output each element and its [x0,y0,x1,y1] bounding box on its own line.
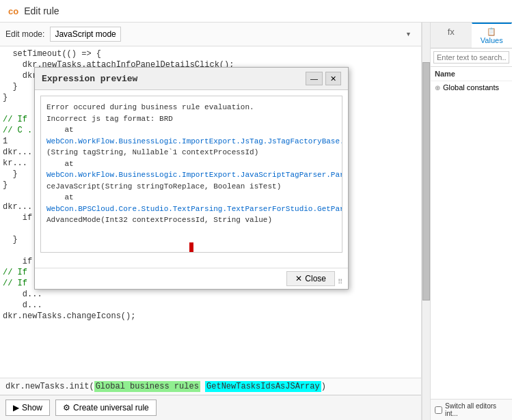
modal-dialog: Expression preview — ✕ Error occured dur… [34,67,349,290]
show-button[interactable]: ▶ Show [5,400,50,416]
close-button[interactable]: ✕ Close [286,271,335,286]
error-line-9: at [46,192,336,204]
code-line: setTimeout(() => { [0,49,421,60]
scrollbar-thumb[interactable] [422,62,430,300]
modal-header: Expression preview — ✕ [35,68,348,90]
title-bar: co Edit rule [0,0,512,23]
footer-highlight-global: Global business rules [94,381,200,392]
fx-icon: fx [448,27,455,37]
show-icon: ▶ [13,403,19,412]
values-header: Name [431,67,512,81]
modal-title: Expression preview [42,74,137,84]
bottom-toolbar: ▶ Show ⚙ Create universal rule [0,395,421,420]
error-line-2: Incorrect js tag format: BRD [46,113,336,125]
error-line-7: WebCon.WorkFlow.BusinessLogic.ImportExpo… [46,169,336,181]
footer-prefix: dkr.newTasks.init( [5,382,94,391]
tab-fx[interactable]: fx [431,23,472,48]
search-input[interactable] [433,51,509,64]
edit-mode-label: Edit mode: [5,29,44,39]
switch-all-text: Switch all editors int... [445,402,508,417]
error-display: Error occured during business rule evalu… [40,96,342,253]
list-item[interactable]: ⊕ Global constants [431,81,512,94]
error-line-1: Error occured during business rule evalu… [46,102,336,113]
create-rule-label: Create universal rule [73,403,149,412]
search-box [431,48,512,67]
code-line: d... [0,290,421,300]
tab-values[interactable]: 📋 Values [472,23,513,48]
error-line-8: ceJavaScript(String stringToReplace, Boo… [46,181,336,193]
modal-controls: — ✕ [306,72,341,85]
edit-mode-select[interactable]: JavaScript mode Simple mode Advanced mod… [50,27,121,42]
create-rule-button[interactable]: ⚙ Create universal rule [55,400,157,416]
red-arrow-container [46,233,336,253]
arrow-shaft [189,242,193,253]
editor-panel: Edit mode: JavaScript mode Simple mode A… [0,23,422,420]
code-line: d... [0,300,421,311]
main-container: co Edit rule Edit mode: JavaScript mode … [0,0,512,420]
modal-content: Error occured during business rule evalu… [35,90,348,268]
edit-mode-select-wrapper[interactable]: JavaScript mode Simple mode Advanced mod… [50,27,416,42]
modal-footer: ✕ Close ⠿ [35,268,348,289]
error-link-1[interactable]: WebCon.WorkFlow.BusinessLogic.ImportExpo… [46,137,342,145]
resize-handle[interactable]: ⠿ [338,278,342,286]
error-line-4: WebCon.WorkFlow.BusinessLogic.ImportExpo… [46,136,336,148]
error-link-3[interactable]: WebCon.BPSCloud.Core.Studio.TextParsing.… [46,205,342,213]
footer-sep [200,382,205,391]
switch-all-label[interactable]: Switch all editors int... [435,402,508,417]
page-title: Edit rule [24,5,59,16]
switch-all-checkbox[interactable] [435,406,442,414]
error-line-3: at [46,124,336,136]
right-tabs: fx 📋 Values [431,23,512,48]
code-line: dkr.newTasks.changeIcons(); [0,311,421,322]
modal-close-x-button[interactable]: ✕ [325,72,341,85]
edit-mode-bar: Edit mode: JavaScript mode Simple mode A… [0,23,421,46]
tab-values-icon: 📋 [487,27,496,36]
values-list: ⊕ Global constants [431,81,512,399]
tab-values-label: Values [481,36,503,44]
error-link-2[interactable]: WebCon.WorkFlow.BusinessLogic.ImportExpo… [46,171,342,179]
co-icon: co [8,6,18,16]
right-footer: Switch all editors int... [431,399,512,420]
close-icon: ✕ [295,274,302,283]
create-rule-icon: ⚙ [63,403,70,412]
show-label: Show [22,403,42,412]
footer-highlight-method: GetNewTasksIdsAsJSArray [205,381,321,392]
modal-minimize-button[interactable]: — [306,72,323,85]
error-line-6: at [46,158,336,170]
content-area: Edit mode: JavaScript mode Simple mode A… [0,23,512,420]
code-editor[interactable]: setTimeout(() => { dkr.newTasks.attachIn… [0,46,421,378]
error-line-11: AdvancedMode(Int32 contextProcessId, Str… [46,214,336,226]
editor-footer: dkr.newTasks.init( Global business rules… [0,378,421,395]
expression-preview-modal: Expression preview — ✕ Error occured dur… [34,67,349,290]
item-label: Global constants [443,83,499,92]
close-button-label: Close [305,274,326,283]
error-line-5: (String tagString, Nullable`1 contextPro… [46,147,336,158]
editor-scrollbar[interactable] [422,23,430,420]
right-panel: fx 📋 Values Name ⊕ Global constants [430,23,512,420]
footer-suffix: ) [321,382,326,391]
expand-icon: ⊕ [435,84,440,92]
error-line-10: WebCon.BPSCloud.Core.Studio.TextParsing.… [46,204,336,215]
